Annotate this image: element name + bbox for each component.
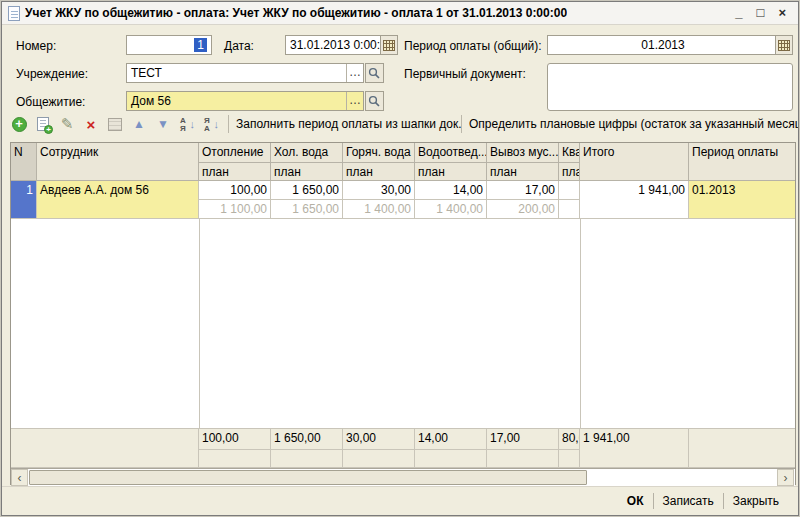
window-title: Учет ЖКУ по общежитию - оплата: Учет ЖКУ…: [25, 6, 567, 20]
column-header-hot-water[interactable]: Горяч. вода: [343, 143, 415, 163]
close-button[interactable]: ×: [778, 3, 786, 23]
move-up-button[interactable]: ▲: [130, 115, 148, 133]
totals-empty-cell: [199, 450, 271, 468]
dormitory-label: Общежитие:: [16, 95, 85, 109]
totals-empty-cell: [271, 450, 343, 468]
sort-desc-icon: Я А ↓: [203, 116, 219, 133]
end-edit-button[interactable]: [106, 115, 124, 133]
calendar-icon: [778, 40, 790, 51]
totals-garbage: 17,00: [487, 428, 559, 450]
pencil-icon: ✎: [61, 115, 74, 133]
copy-row-button[interactable]: +: [34, 115, 52, 133]
cell-rent-plan[interactable]: [559, 181, 580, 200]
column-header-sewage[interactable]: Водоотвед...: [415, 143, 487, 163]
totals-hot-water: 30,00: [343, 428, 415, 450]
column-header-period[interactable]: Период оплаты: [689, 143, 795, 181]
cell-hot-water-plan[interactable]: 30,00: [343, 181, 415, 200]
number-value: 1: [194, 38, 207, 52]
grid-divider: [580, 219, 581, 428]
cell-total[interactable]: 1 941,00: [580, 181, 689, 219]
copy-icon: +: [37, 117, 49, 131]
date-calendar-button[interactable]: [380, 35, 398, 55]
magnifier-icon: [368, 95, 381, 108]
column-header-heating[interactable]: Отопление: [199, 143, 271, 163]
fill-period-button[interactable]: Заполнить период оплаты из шапки док.: [236, 115, 461, 134]
institution-input[interactable]: ТЕСТ …: [126, 63, 364, 83]
cell-cold-water-fact[interactable]: 1 650,00: [271, 200, 343, 219]
cell-garbage-fact[interactable]: 200,00: [487, 200, 559, 219]
cell-sewage-plan[interactable]: 14,00: [415, 181, 487, 200]
scroll-left-button[interactable]: ‹: [11, 469, 28, 486]
cell-heating-fact[interactable]: 1 100,00: [199, 200, 271, 219]
totals-period: [689, 428, 795, 468]
number-label: Номер:: [16, 39, 56, 53]
rows-table: N Сотрудник Отопление Хол. вода Горяч. в…: [10, 142, 796, 485]
ok-button[interactable]: ОК: [618, 491, 653, 511]
close-window-button[interactable]: Закрыть: [724, 491, 788, 511]
save-button[interactable]: Записать: [654, 491, 723, 511]
column-header-cold-water[interactable]: Хол. вода: [271, 143, 343, 163]
sort-ascending-button[interactable]: А Я ↓: [178, 115, 196, 133]
date-label: Дата:: [224, 39, 254, 53]
cell-hot-water-fact[interactable]: 1 400,00: [343, 200, 415, 219]
institution-open-button[interactable]: [365, 63, 384, 83]
define-plan-button[interactable]: Определить плановые цифры (остаток за ук…: [469, 115, 799, 134]
add-row-button[interactable]: +: [10, 115, 28, 133]
primary-doc-label: Первичный документ:: [404, 67, 526, 81]
totals-empty-cell: [487, 450, 559, 468]
totals-heating: 100,00: [199, 428, 271, 450]
column-header-rent[interactable]: Ква: [559, 143, 580, 163]
period-calendar-button[interactable]: [775, 35, 793, 55]
period-input[interactable]: 01.2013: [547, 35, 793, 55]
column-header-garbage[interactable]: Вывоз мус...: [487, 143, 559, 163]
maximize-button[interactable]: □: [757, 3, 765, 23]
arrow-down-icon: ▼: [157, 117, 169, 131]
minimize-button[interactable]: _: [735, 3, 742, 23]
delete-row-button[interactable]: ×: [82, 115, 100, 133]
totals-empty-cell: [559, 450, 580, 468]
toolbar-separator: [461, 115, 462, 133]
subheader-plan: план: [271, 163, 343, 181]
app-window: Учет ЖКУ по общежитию - оплата: Учет ЖКУ…: [1, 1, 799, 516]
add-icon: +: [12, 117, 27, 132]
cell-period[interactable]: 01.2013: [689, 181, 795, 219]
cell-employee[interactable]: Авдеев А.А. дом 56: [37, 181, 199, 219]
sort-asc-icon: А Я ↓: [179, 116, 195, 133]
period-value: 01.2013: [548, 36, 792, 54]
dormitory-input[interactable]: Дом 56 …: [126, 91, 364, 111]
subheader-plan: план: [343, 163, 415, 181]
column-header-total[interactable]: Итого: [580, 143, 689, 181]
institution-select-button[interactable]: …: [346, 64, 363, 82]
bottom-bar: ОК Записать Закрыть: [2, 486, 798, 515]
number-input[interactable]: 1: [126, 35, 212, 55]
move-down-button[interactable]: ▼: [154, 115, 172, 133]
magnifier-icon: [368, 67, 381, 80]
dormitory-open-button[interactable]: [365, 91, 384, 111]
delete-icon: ×: [87, 116, 96, 133]
cell-rent-fact[interactable]: [559, 200, 580, 219]
dormitory-select-button[interactable]: …: [346, 92, 363, 110]
column-header-employee[interactable]: Сотрудник: [37, 143, 199, 181]
subheader-plan: план: [487, 163, 559, 181]
subheader-plan: план: [415, 163, 487, 181]
column-header-n[interactable]: N: [11, 143, 37, 181]
totals-sewage: 14,00: [415, 428, 487, 450]
dormitory-value: Дом 56: [127, 92, 363, 110]
row-marker[interactable]: 1: [11, 181, 37, 219]
edit-row-button[interactable]: ✎: [58, 115, 76, 133]
cell-cold-water-plan[interactable]: 1 650,00: [271, 181, 343, 200]
totals-rent: 80,00: [559, 428, 580, 450]
cell-garbage-plan[interactable]: 17,00: [487, 181, 559, 200]
primary-doc-textarea[interactable]: [547, 63, 793, 111]
institution-value: ТЕСТ: [127, 64, 363, 82]
cell-sewage-fact[interactable]: 1 400,00: [415, 200, 487, 219]
period-label: Период оплаты (общий):: [404, 39, 542, 53]
totals-empty-cell: [415, 450, 487, 468]
date-input[interactable]: 31.01.2013 0:00:00: [285, 35, 398, 55]
horizontal-scrollbar[interactable]: ‹ ›: [11, 468, 795, 486]
scrollbar-thumb[interactable]: [29, 470, 587, 485]
scroll-right-button[interactable]: ›: [777, 469, 794, 486]
cell-heating-plan[interactable]: 100,00: [199, 181, 271, 200]
sort-descending-button[interactable]: Я А ↓: [202, 115, 220, 133]
calendar-icon: [383, 40, 395, 51]
